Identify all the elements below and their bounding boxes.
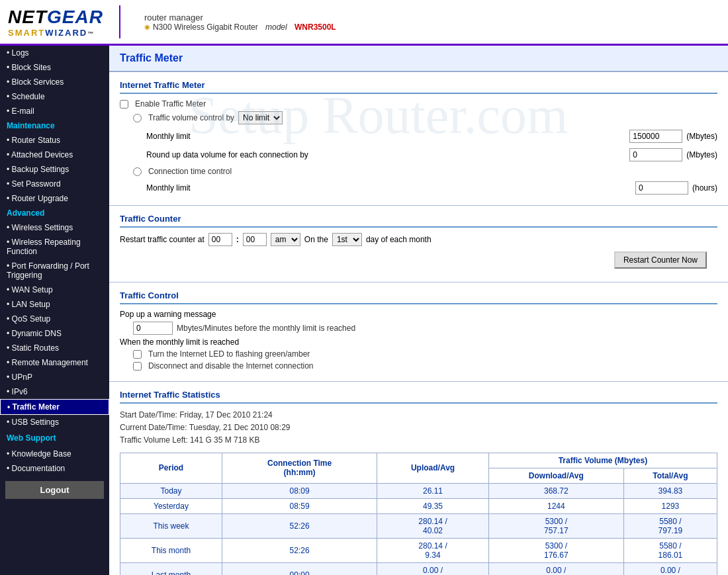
cell-period: Today [120,483,222,498]
round-up-value-group: (Mbytes) [629,148,717,161]
enable-traffic-meter-label: Enable Traffic Meter [135,99,206,109]
sidebar-item-wireless-repeating[interactable]: Wireless Repeating Function [0,235,109,259]
traffic-volume-radio[interactable] [133,114,142,122]
sidebar-item-ipv6[interactable]: IPv6 [0,384,109,399]
connection-time-label: Connection time control [148,167,232,176]
led-row: Turn the Internet LED to flashing green/… [120,349,717,359]
sidebar-item-remote-management[interactable]: Remote Management [0,355,109,370]
smartwizard-logo: SMARTWIZARD™ [8,28,103,38]
sidebar-item-qos-setup[interactable]: QoS Setup [0,312,109,326]
divider [119,5,120,38]
disconnect-row: Disconnect and disable the Internet conn… [120,361,717,371]
conn-monthly-limit-input[interactable] [635,181,688,195]
logo-area: NETGEAR SMARTWIZARD™ [8,7,103,38]
sidebar-item-documentation[interactable]: Documentation [0,461,109,476]
content-area: Setup Router.com Traffic Meter Internet … [109,46,728,575]
table-row: Yesterday08:5949.3512441293 [120,498,717,513]
sidebar-item-port-forwarding[interactable]: Port Forwarding / Port Triggering [0,259,109,283]
cell-conn-time: 08:09 [222,483,377,498]
restart-counter-button[interactable]: Restart Counter Now [614,251,707,269]
popup-value-input[interactable] [133,322,173,335]
table-row: Last month00:000.00 /0.000.00 /0.000.00 … [120,562,717,575]
cell-conn-time: 08:59 [222,498,377,513]
sidebar-item-lan-setup[interactable]: LAN Setup [0,297,109,312]
enable-traffic-meter-row: Enable Traffic Meter [120,99,717,109]
cell-period: This week [120,513,222,538]
led-checkbox[interactable] [133,350,142,359]
th-download: Download/Avg [488,468,623,483]
cell-download: 368.72 [488,483,623,498]
enable-traffic-meter-checkbox[interactable] [120,100,128,109]
sidebar-item-block-services[interactable]: Block Services [0,75,109,89]
disconnect-label: Disconnect and disable the Internet conn… [148,361,314,371]
disconnect-checkbox[interactable] [133,362,142,371]
traffic-volume-select[interactable]: No limit [238,111,283,124]
sidebar-item-attached-devices[interactable]: Attached Devices [0,148,109,162]
cell-upload: 26.11 [377,483,489,498]
minute-input[interactable] [243,233,267,246]
round-up-unit: (Mbytes) [686,150,717,159]
cell-period: Last month [120,562,222,575]
sidebar-item-set-password[interactable]: Set Password [0,177,109,191]
cell-period: This month [120,538,222,562]
sidebar-item-logs[interactable]: Logs [0,46,109,60]
sidebar-item-block-sites[interactable]: Block Sites [0,60,109,75]
monthly-limit-value-group: (Mbytes) [629,130,717,143]
sidebar-item-wan-setup[interactable]: WAN Setup [0,283,109,297]
traffic-volume-row: Traffic volume control by No limit [120,111,717,124]
traffic-control-section: Traffic Control Pop up a warning message… [109,283,728,382]
internet-traffic-meter-title: Internet Traffic Meter [120,80,717,94]
sidebar-item-backup-settings[interactable]: Backup Settings [0,162,109,177]
sidebar-item-knowledge-base[interactable]: Knowledge Base [0,447,109,461]
stats-info: Start Date/Time: Friday, 17 Dec 2010 21:… [120,409,717,447]
cell-total: 5580 /797.19 [623,513,717,538]
sidebar-item-traffic-meter[interactable]: Traffic Meter [0,399,109,415]
sidebar-item-router-status[interactable]: Router Status [0,133,109,148]
counter-row: Restart traffic counter at : am pm On th… [120,233,717,246]
model-number: WNR3500L [295,22,336,32]
traffic-counter-title: Traffic Counter [120,214,717,228]
conn-monthly-limit-unit: (hours) [692,183,717,193]
sidebar-item-usb-settings[interactable]: USB Settings [0,415,109,429]
sidebar-item-router-upgrade[interactable]: Router Upgrade [0,191,109,206]
popup-value-row: Mbytes/Minutes before the monthly limit … [120,322,717,335]
on-the-label: On the [304,235,328,244]
cell-conn-time: 00:00 [222,562,377,575]
round-up-input[interactable] [629,148,682,161]
monthly-limit-unit: (Mbytes) [686,132,717,141]
conn-monthly-limit-row: Monthly limit (hours) [120,179,717,197]
monthly-limit-input[interactable] [629,130,682,143]
monthly-limit-reached-label: When the monthly limit is reached [120,337,717,347]
current-datetime: Current Date/Time: Tuesday, 21 Dec 2010 … [120,421,717,434]
restart-btn-row: Restart Counter Now [120,246,717,274]
cell-download: 5300 /176.67 [488,538,623,562]
sidebar-item-schedule[interactable]: Schedule [0,89,109,104]
cell-period: Yesterday [120,498,222,513]
day-suffix-label: day of each month [366,235,432,244]
popup-label: Pop up a warning message [120,310,717,319]
cell-upload: 280.14 /9.34 [377,538,489,562]
cell-total: 0.00 /0.00 [623,562,717,575]
sidebar-item-static-routes[interactable]: Static Routes [0,341,109,355]
content-inner: Setup Router.com Traffic Meter Internet … [109,46,728,575]
monthly-limit-row: Monthly limit (Mbytes) [120,127,717,146]
cell-total: 1293 [623,498,717,513]
cell-upload: 0.00 /0.00 [377,562,489,575]
connection-time-radio[interactable] [133,167,142,176]
am-pm-select[interactable]: am pm [271,233,300,246]
sidebar-item-dynamic-dns[interactable]: Dynamic DNS [0,326,109,341]
time-separator: : [236,235,239,244]
traffic-left: Traffic Volume Left: 141 G 35 M 718 KB [120,434,717,447]
logout-button[interactable]: Logout [5,481,104,499]
cell-upload: 280.14 /40.02 [377,513,489,538]
traffic-counter-section: Traffic Counter Restart traffic counter … [109,206,728,283]
sidebar-item-wireless-settings[interactable]: Wireless Settings [0,220,109,235]
hour-input[interactable] [208,233,232,246]
main-layout: Logs Block Sites Block Services Schedule… [0,46,728,575]
sidebar-item-email[interactable]: E-mail [0,104,109,118]
sidebar-item-upnp[interactable]: UPnP [0,370,109,384]
model-label: model [265,22,287,32]
cell-download: 0.00 /0.00 [488,562,623,575]
connection-time-row: Connection time control [120,167,717,176]
day-select[interactable]: 1st 2nd 3rd [332,233,362,246]
